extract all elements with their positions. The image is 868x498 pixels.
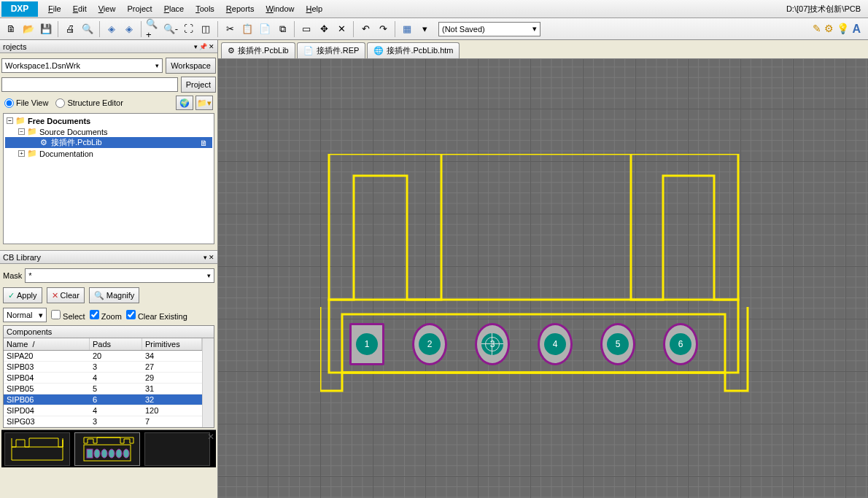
menu-reports[interactable]: Reports: [220, 1, 260, 16]
zoomin-icon[interactable]: 🔍+: [145, 21, 161, 37]
file-view-radio[interactable]: File View: [4, 98, 48, 108]
pad-2[interactable]: 2: [412, 323, 447, 365]
zoomfit-icon[interactable]: ⛶: [180, 21, 196, 37]
pad-3[interactable]: 3: [475, 323, 510, 365]
duplicate-icon[interactable]: ⧉: [274, 21, 290, 37]
toolbar: 🗎 📂 💾 🖨 🔍 ◈ ◈ 🔍+ 🔍- ⛶ ◫ ✂ 📋 📄 ⧉ ▭ ✥ ✕ ↶ …: [0, 18, 868, 40]
undo-icon[interactable]: ↶: [357, 21, 373, 37]
menu-help[interactable]: Help: [301, 1, 329, 16]
gear-icon: ⚙: [228, 46, 235, 55]
collapse-icon[interactable]: −: [18, 128, 25, 135]
components-grid: Components Name / Pads Primitives SIPA20…: [3, 325, 214, 428]
magnify-button[interactable]: 🔍Magnify: [89, 287, 140, 303]
close-icon[interactable]: ✕: [207, 432, 214, 442]
thumbnail-current[interactable]: [74, 432, 140, 466]
menu-window[interactable]: Window: [260, 1, 300, 16]
print-icon[interactable]: 🖨: [62, 21, 78, 37]
layers2-icon[interactable]: ◈: [121, 21, 137, 37]
copy-icon[interactable]: 📋: [239, 21, 255, 37]
dxp-logo[interactable]: DXP: [1, 1, 38, 17]
project-input[interactable]: [1, 77, 178, 92]
move-icon[interactable]: ✥: [316, 21, 332, 37]
text-icon[interactable]: A: [852, 23, 861, 36]
grid-body[interactable]: SIPA202034SIPB03327SIPB04429SIPB05531SIP…: [4, 351, 202, 427]
new-icon[interactable]: 🗎: [3, 21, 19, 37]
folder-icon: 📁: [27, 149, 37, 158]
menu-project[interactable]: Project: [121, 1, 158, 16]
zoomout-icon[interactable]: 🔍-: [163, 21, 179, 37]
svg-point-5: [116, 449, 122, 458]
panel-menu-icon[interactable]: ▾: [204, 254, 207, 261]
menu-tools[interactable]: Tools: [190, 1, 220, 16]
pad-1[interactable]: 1: [349, 323, 384, 365]
pcb-canvas[interactable]: 123456: [218, 59, 868, 498]
svg-point-4: [109, 449, 115, 458]
table-row[interactable]: SIPG0337: [4, 416, 202, 427]
panel-close-icon[interactable]: ✕: [209, 254, 214, 261]
expand-icon[interactable]: +: [18, 150, 25, 157]
select-rect-icon[interactable]: ▭: [298, 21, 314, 37]
panel-close-icon[interactable]: ✕: [209, 43, 214, 50]
panel-pin-icon[interactable]: 📌: [199, 43, 207, 50]
panel-menu-icon[interactable]: ▾: [194, 43, 198, 50]
table-row[interactable]: SIPB04429: [4, 373, 202, 384]
menu-file[interactable]: File: [42, 1, 67, 16]
deselect-icon[interactable]: ✕: [333, 21, 349, 37]
grid-icon[interactable]: ▦: [399, 21, 415, 37]
workspace-combo[interactable]: Workspace1.DsnWrk ▾: [1, 58, 163, 73]
structure-editor-radio[interactable]: Structure Editor: [55, 98, 123, 108]
apply-button[interactable]: ✓Apply: [3, 287, 42, 303]
col-pads[interactable]: Pads: [90, 338, 142, 350]
pad-6[interactable]: 6: [663, 323, 698, 365]
table-row[interactable]: SIPD044120: [4, 405, 202, 416]
table-row[interactable]: SIPA202034: [4, 351, 202, 362]
menu-place[interactable]: Place: [158, 1, 190, 16]
project-tree[interactable]: − 📁 Free Documents − 📁 Source Documents …: [3, 113, 214, 244]
table-row[interactable]: SIPB03327: [4, 362, 202, 373]
tree-source-documents[interactable]: − 📁 Source Documents: [5, 126, 212, 137]
thumbnail-next[interactable]: [144, 432, 210, 466]
open-icon[interactable]: 📂: [20, 21, 36, 37]
grid-header: Name / Pads Primitives: [4, 338, 202, 351]
preview-icon[interactable]: 🔍: [80, 21, 96, 37]
tree-documentation[interactable]: + 📁 Documentation: [5, 148, 212, 159]
pencil-icon[interactable]: ✎: [813, 23, 821, 36]
tree-free-documents[interactable]: − 📁 Free Documents: [5, 115, 212, 126]
pad-5[interactable]: 5: [600, 323, 635, 365]
select-checkbox[interactable]: Select: [51, 310, 85, 321]
bulb-icon[interactable]: 💡: [837, 23, 849, 36]
clear-existing-checkbox[interactable]: Clear Existing: [126, 310, 187, 321]
zoomsel-icon[interactable]: ◫: [198, 21, 214, 37]
layers-icon[interactable]: ◈: [104, 21, 120, 37]
menu-edit[interactable]: Edit: [67, 1, 93, 16]
document-tabs: ⚙接插件.PcbLib 📄接插件.REP 🌐接插件.PcbLib.htm: [218, 40, 868, 59]
refresh-icon[interactable]: 🌍: [176, 96, 193, 110]
scrollbar[interactable]: [202, 338, 214, 427]
menu-view[interactable]: View: [93, 1, 122, 16]
folder-icon[interactable]: 📁▾: [195, 96, 213, 110]
pad-4[interactable]: 4: [538, 323, 573, 365]
cut-icon[interactable]: ✂: [222, 21, 238, 37]
save-icon[interactable]: 💾: [38, 21, 54, 37]
col-name[interactable]: Name /: [4, 338, 90, 350]
table-row[interactable]: SIPB06632: [4, 394, 202, 405]
tab-rep[interactable]: 📄接插件.REP: [297, 42, 366, 58]
tab-pcblib[interactable]: ⚙接插件.PcbLib: [221, 42, 295, 58]
workspace-button[interactable]: Workspace: [166, 58, 216, 74]
collapse-icon[interactable]: −: [7, 117, 13, 124]
paste-icon[interactable]: 📄: [257, 21, 273, 37]
project-button[interactable]: Project: [181, 77, 216, 93]
redo-icon[interactable]: ↷: [375, 21, 391, 37]
grid-dd-icon[interactable]: ▾: [416, 21, 433, 37]
tab-htm[interactable]: 🌐接插件.PcbLib.htm: [367, 42, 460, 58]
thumbnail-prev[interactable]: [4, 432, 70, 466]
normal-combo[interactable]: Normal ▾: [3, 308, 47, 322]
zoom-checkbox[interactable]: Zoom: [90, 310, 122, 321]
mask-combo[interactable]: * ▾: [25, 268, 214, 283]
save-combo[interactable]: (Not Saved) ▾: [438, 22, 540, 36]
clear-button[interactable]: ✕Clear: [47, 287, 85, 303]
table-row[interactable]: SIPB05531: [4, 384, 202, 394]
gear-icon[interactable]: ⚙: [824, 23, 834, 36]
tree-pcblib-file[interactable]: ⚙ 接插件.PcbLib 🗎: [5, 137, 212, 148]
col-primitives[interactable]: Primitives: [142, 338, 202, 350]
